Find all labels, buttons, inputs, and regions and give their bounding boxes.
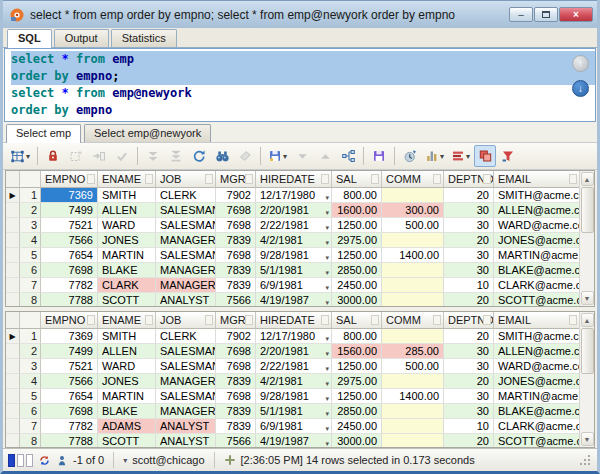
aggregates-button[interactable]: ▾ [448, 145, 473, 167]
cell-ename[interactable]: BLAKE [98, 404, 156, 419]
cell-sal[interactable]: 1560.00 [332, 344, 382, 359]
sql-line-4[interactable]: order by empno [11, 102, 595, 119]
cell-sal[interactable]: 2975.00 [332, 374, 382, 389]
cell-comm[interactable] [382, 434, 444, 447]
cell-deptno[interactable]: 30 [444, 203, 494, 218]
date-dropdown-icon[interactable]: ▾ [325, 251, 329, 263]
cell-hiredate[interactable]: 2/22/1981▾ [256, 218, 332, 233]
sql-line-1[interactable]: select * from emp [11, 51, 595, 68]
tab-output[interactable]: Output [54, 29, 109, 47]
row-number[interactable]: 4 [20, 374, 41, 389]
cell-hiredate[interactable]: 4/2/1981▾ [256, 374, 332, 389]
cell-ename[interactable]: CLARK [98, 278, 156, 293]
column-header-hiredate[interactable]: HIREDATE [256, 171, 332, 188]
cell-deptno[interactable]: 20 [444, 434, 494, 447]
cell-sal[interactable]: 800.00 [332, 329, 382, 344]
cell-ename[interactable]: SCOTT [98, 293, 156, 306]
cell-email[interactable]: JONES@acme.com [494, 374, 579, 389]
select-all-corner[interactable] [6, 312, 20, 329]
date-dropdown-icon[interactable]: ▾ [325, 236, 329, 248]
cell-comm[interactable]: 300.00 [382, 203, 444, 218]
header-sort-box[interactable] [569, 174, 577, 184]
cell-empno[interactable]: 7499 [41, 344, 98, 359]
cell-mgr[interactable]: 7839 [216, 233, 256, 248]
result-tab-select-emp[interactable]: Select emp [6, 124, 81, 143]
sql-line-3[interactable]: select * from emp@newyork [11, 85, 595, 102]
cell-mgr[interactable]: 7698 [216, 389, 256, 404]
cell-empno[interactable]: 7654 [41, 389, 98, 404]
cell-empno[interactable]: 7788 [41, 293, 98, 306]
header-sort-box[interactable] [569, 315, 577, 325]
cell-job[interactable]: MANAGER [156, 233, 216, 248]
scrollbar-up-icon[interactable]: ▲ [581, 172, 594, 186]
cell-email[interactable]: SMITH@acme.com [494, 329, 579, 344]
header-sort-box[interactable] [433, 315, 441, 325]
header-sort-box[interactable] [87, 315, 95, 325]
cell-hiredate[interactable]: 9/28/1981▾ [256, 248, 332, 263]
minimize-button[interactable]: – [509, 7, 533, 22]
cell-hiredate[interactable]: 6/9/1981▾ [256, 278, 332, 293]
scroll-down-button[interactable]: ↓ [572, 80, 589, 97]
save-layout-button[interactable] [368, 145, 390, 167]
cell-job[interactable]: CLERK [156, 188, 216, 203]
cell-email[interactable]: CLARK@acme.com [494, 278, 579, 293]
cell-ename[interactable]: WARD [98, 218, 156, 233]
cell-ename[interactable]: BLAKE [98, 263, 156, 278]
cell-job[interactable]: CLERK [156, 329, 216, 344]
cell-deptno[interactable]: 20 [444, 233, 494, 248]
cell-job[interactable]: SALESMAN [156, 248, 216, 263]
cell-ename[interactable]: SMITH [98, 329, 156, 344]
row-number[interactable]: 2 [20, 344, 41, 359]
resize-grip[interactable] [579, 454, 591, 466]
header-sort-box[interactable] [371, 174, 379, 184]
cell-job[interactable]: MANAGER [156, 404, 216, 419]
cell-ename[interactable]: ADAMS [98, 419, 156, 434]
column-header-ename[interactable]: ENAME [98, 171, 156, 188]
cell-ename[interactable]: SMITH [98, 188, 156, 203]
row-indicator[interactable] [6, 434, 20, 447]
cell-empno[interactable]: 7499 [41, 203, 98, 218]
header-sort-box[interactable] [371, 315, 379, 325]
scrollbar-up-icon[interactable]: ▲ [581, 313, 594, 327]
cell-sal[interactable]: 2450.00 [332, 278, 382, 293]
date-dropdown-icon[interactable]: ▾ [325, 206, 329, 218]
row-indicator[interactable] [6, 404, 20, 419]
cell-mgr[interactable]: 7839 [216, 374, 256, 389]
filter-button[interactable] [497, 145, 519, 167]
cell-comm[interactable] [382, 329, 444, 344]
scroll-up-button[interactable]: ↑ [572, 55, 589, 72]
cell-deptno[interactable]: 10 [444, 278, 494, 293]
row-indicator[interactable] [6, 203, 20, 218]
cell-comm[interactable] [382, 278, 444, 293]
cell-email[interactable]: BLAKE@acme.com [494, 263, 579, 278]
row-indicator[interactable] [6, 419, 20, 434]
row-number[interactable]: 4 [20, 233, 41, 248]
column-header-deptno[interactable]: DEPTNO [444, 171, 494, 188]
row-indicator[interactable] [6, 389, 20, 404]
cell-mgr[interactable]: 7698 [216, 248, 256, 263]
column-header-mgr[interactable]: MGR [216, 312, 256, 329]
column-header-comm[interactable]: COMM [382, 171, 444, 188]
cell-comm[interactable]: 500.00 [382, 359, 444, 374]
date-dropdown-icon[interactable]: ▾ [325, 392, 329, 404]
row-number[interactable]: 5 [20, 389, 41, 404]
cell-deptno[interactable]: 20 [444, 374, 494, 389]
date-dropdown-icon[interactable]: ▾ [325, 281, 329, 293]
header-sort-box[interactable] [321, 315, 329, 325]
cell-sal[interactable]: 2850.00 [332, 263, 382, 278]
column-header-email[interactable]: EMAIL [494, 312, 579, 329]
cell-job[interactable]: SALESMAN [156, 203, 216, 218]
cell-comm[interactable] [382, 374, 444, 389]
header-sort-box[interactable] [205, 174, 213, 184]
compare-grids-button[interactable] [474, 145, 496, 167]
cell-mgr[interactable]: 7698 [216, 218, 256, 233]
column-header-empno[interactable]: EMPNO [41, 171, 98, 188]
date-dropdown-icon[interactable]: ▾ [325, 332, 329, 344]
cell-email[interactable]: ALLEN@acme.com [494, 344, 579, 359]
cell-ename[interactable]: MARTIN [98, 248, 156, 263]
tab-sql[interactable]: SQL [7, 29, 52, 48]
row-indicator[interactable] [6, 218, 20, 233]
cell-comm[interactable]: 1400.00 [382, 248, 444, 263]
cell-mgr[interactable]: 7698 [216, 359, 256, 374]
cell-deptno[interactable]: 10 [444, 419, 494, 434]
